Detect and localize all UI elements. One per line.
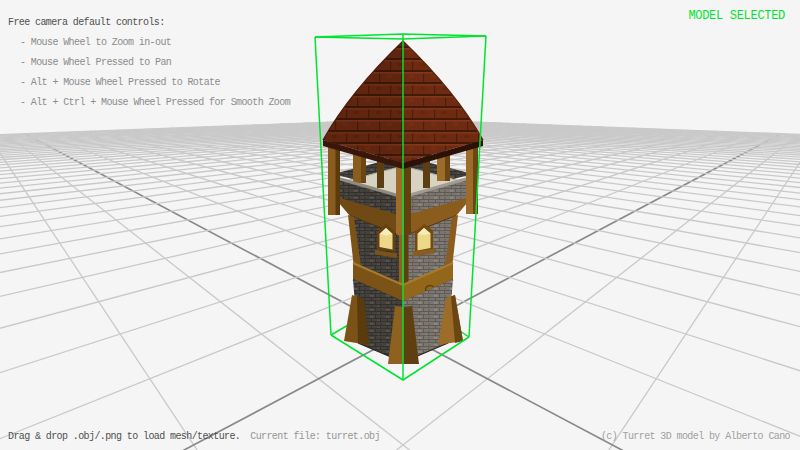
model-selected-badge: MODEL SELECTED	[688, 9, 785, 23]
controls-title: Free camera default controls:	[8, 18, 290, 28]
viewport-3d[interactable]: Free camera default controls: - Mouse Wh…	[0, 0, 800, 450]
footer-status-bar: Drag & drop .obj/.png to load mesh/textu…	[8, 432, 380, 442]
controls-item-pan: - Mouse Wheel Pressed to Pan	[20, 58, 290, 68]
model-credit-text: (c) Turret 3D model by Alberto Cano	[601, 432, 790, 442]
controls-item-smooth-zoom: - Alt + Ctrl + Mouse Wheel Pressed for S…	[20, 98, 290, 108]
current-file-text: Current file: turret.obj	[250, 431, 380, 442]
controls-item-rotate: - Alt + Mouse Wheel Pressed to Rotate	[20, 78, 290, 88]
drop-hint-text: Drag & drop .obj/.png to load mesh/textu…	[8, 431, 240, 442]
controls-item-zoom: - Mouse Wheel to Zoom in-out	[20, 38, 290, 48]
camera-controls-help: Free camera default controls: - Mouse Wh…	[8, 18, 290, 108]
